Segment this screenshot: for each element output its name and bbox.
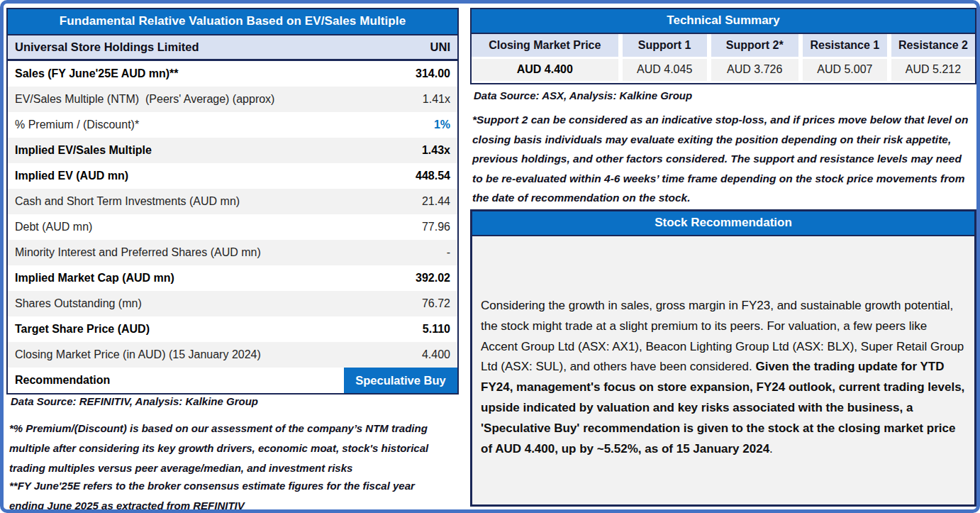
row-value: 21.44 [422, 195, 457, 208]
row-value: 5.110 [423, 323, 457, 336]
recommendation-text-end: . [769, 442, 773, 456]
table-row: % Premium / (Discount)* 1% [8, 112, 457, 138]
row-label: EV/Sales Multiple (NTM) (Peers' Average)… [8, 93, 274, 106]
row-label: Debt (AUD mn) [8, 221, 92, 233]
row-value-premium: 1% [434, 118, 457, 131]
row-value: 1.43x [422, 144, 457, 157]
stock-recommendation-body: Considering the growth in sales, gross m… [472, 236, 974, 459]
table-row: Implied Market Cap (AUD mn) 392.02 [8, 265, 457, 291]
valuation-table-subheader: Universal Store Holdings Limited UNI [8, 35, 457, 61]
valuation-footnote-fy25: **FY June'25E refers to the broker conse… [9, 476, 449, 513]
technical-footnote-support: *Support 2 can be considered as an indic… [472, 110, 974, 208]
table-row: Debt (AUD mn) 77.96 [8, 214, 457, 240]
valuation-table-title: Fundamental Relative Valuation Based on … [8, 9, 457, 35]
row-label: Shares Outstanding (mn) [8, 297, 142, 310]
row-label: Recommendation [8, 374, 110, 387]
row-label: Target Share Price (AUD) [8, 323, 150, 336]
table-row: Closing Market Price (in AUD) (15 Januar… [8, 342, 457, 368]
valuation-data-source: Data Source: REFINITIV, Analysis: Kalkin… [11, 395, 258, 407]
row-label: Sales (FY June'25E AUD mn)** [8, 67, 179, 80]
row-value: 76.72 [422, 297, 457, 310]
closing-price-value: AUD 4.400 [472, 59, 618, 81]
table-row: Sales (FY June'25E AUD mn)** 314.00 [8, 61, 457, 87]
table-row: Target Share Price (AUD) 5.110 [8, 316, 457, 342]
recommendation-text-bold: Given the trading update for YTD FY24, m… [481, 360, 964, 455]
column-header: Support 1 [623, 34, 707, 57]
technical-data-source: Data Source: ASX, Analysis: Kalkine Grou… [474, 89, 692, 101]
table-row: Implied EV/Sales Multiple 1.43x [8, 138, 457, 163]
report-frame: Fundamental Relative Valuation Based on … [0, 0, 980, 513]
table-row: Minority Interest and Preferred Shares (… [8, 240, 457, 265]
table-row: Shares Outstanding (mn) 76.72 [8, 291, 457, 316]
row-label: % Premium / (Discount)* [8, 118, 139, 131]
technical-summary-grid: Closing Market Price Support 1 Support 2… [472, 34, 975, 83]
table-row: EV/Sales Multiple (NTM) (Peers' Average)… [8, 87, 457, 112]
row-label: Implied EV (AUD mn) [8, 170, 128, 182]
row-label: Implied Market Cap (AUD mn) [8, 272, 174, 285]
column-header: Support 2* [711, 34, 798, 57]
valuation-footnote-premium: *% Premium/(Discount) is based on our as… [9, 419, 442, 478]
row-value: - [447, 246, 457, 259]
table-row: Implied EV (AUD mn) 448.54 [8, 163, 457, 189]
valuation-table: Fundamental Relative Valuation Based on … [6, 8, 459, 395]
row-label: Implied EV/Sales Multiple [8, 144, 152, 157]
stock-recommendation-title: Stock Recommendation [472, 211, 974, 236]
row-label: Closing Market Price (in AUD) (15 Januar… [8, 348, 261, 361]
support-2-value: AUD 3.726 [711, 59, 798, 81]
row-value: 392.02 [416, 272, 457, 285]
technical-summary-table: Technical Summary Closing Market Price S… [470, 8, 976, 84]
row-label: Minority Interest and Preferred Shares (… [8, 246, 261, 259]
row-value: 1.41x [423, 93, 457, 106]
row-value: 314.00 [416, 67, 457, 80]
support-1-value: AUD 4.045 [623, 59, 707, 81]
column-header: Resistance 2 [891, 34, 975, 57]
company-name: Universal Store Holdings Limited [15, 40, 199, 54]
resistance-1-value: AUD 5.007 [803, 59, 887, 81]
table-row: Cash and Short Term Investments (AUD mn)… [8, 189, 457, 214]
column-header: Closing Market Price [472, 34, 618, 57]
row-value: 77.96 [422, 221, 457, 233]
row-label: Cash and Short Term Investments (AUD mn) [8, 195, 240, 208]
row-value: 448.54 [416, 170, 457, 182]
stock-recommendation-box: Stock Recommendation Considering the gro… [470, 209, 976, 507]
ticker-symbol: UNI [430, 40, 450, 54]
table-row-recommendation: Recommendation Speculative Buy [8, 368, 457, 393]
column-header: Resistance 1 [803, 34, 887, 57]
row-value: 4.400 [422, 348, 457, 361]
technical-summary-title: Technical Summary [472, 9, 975, 34]
recommendation-badge: Speculative Buy [344, 368, 457, 393]
resistance-2-value: AUD 5.212 [891, 59, 975, 81]
